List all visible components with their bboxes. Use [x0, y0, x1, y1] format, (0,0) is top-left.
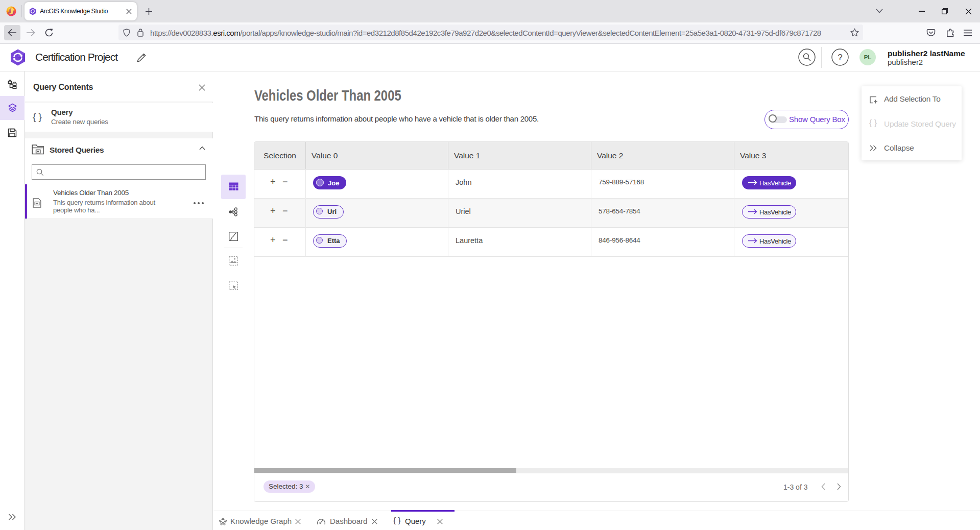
svg-text:?: ? — [838, 53, 842, 62]
